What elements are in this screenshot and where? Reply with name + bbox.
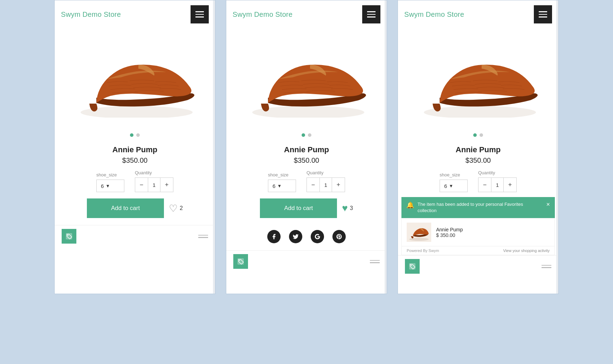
quantity-value-1: 1 bbox=[148, 178, 160, 192]
add-to-cart-button-2[interactable]: Add to cart bbox=[260, 198, 337, 218]
quantity-minus-2[interactable]: − bbox=[307, 178, 319, 192]
size-option-group-3: shoe_size 6 ▾ bbox=[440, 172, 468, 192]
product-info-3: Annie Pump $350.00 bbox=[398, 142, 558, 164]
scrollbar-1 bbox=[213, 0, 215, 294]
product-price-1: $350.00 bbox=[62, 156, 208, 164]
size-label-3: shoe_size bbox=[440, 172, 468, 177]
notification-close-button-3[interactable]: × bbox=[546, 201, 550, 208]
bell-icon-3: 🔔 bbox=[406, 201, 414, 209]
product-name-2: Annie Pump bbox=[233, 145, 380, 154]
quantity-value-3: 1 bbox=[491, 178, 504, 192]
quantity-plus-2[interactable]: + bbox=[332, 178, 345, 192]
screen-3: Swym Demo Store bbox=[398, 0, 559, 294]
hamburger-line bbox=[539, 14, 547, 15]
drag-line bbox=[542, 265, 551, 266]
mini-product-info-3: Annie Pump $ 350.00 bbox=[436, 227, 550, 238]
wishlist-button-2[interactable]: ♥ 3 bbox=[342, 203, 353, 214]
bottom-toolbar-1 bbox=[55, 225, 215, 247]
shoe-image-3 bbox=[412, 35, 545, 123]
drag-handle-3 bbox=[542, 265, 551, 268]
dot-inactive-3[interactable] bbox=[480, 133, 483, 137]
size-value-1: 6 bbox=[101, 183, 104, 189]
drag-line bbox=[370, 260, 380, 261]
chevron-down-icon-2: ▾ bbox=[278, 183, 281, 189]
quantity-plus-3[interactable]: + bbox=[504, 178, 516, 192]
bottom-toolbar-2 bbox=[226, 250, 387, 272]
quantity-control-3: − 1 + bbox=[478, 177, 517, 192]
hamburger-line bbox=[367, 16, 376, 18]
drag-line bbox=[542, 267, 551, 268]
pinterest-icon[interactable] bbox=[332, 230, 346, 243]
svg-point-2 bbox=[68, 235, 69, 236]
twitter-icon[interactable] bbox=[289, 230, 302, 243]
quantity-value-2: 1 bbox=[319, 178, 332, 192]
googleplus-icon[interactable] bbox=[311, 230, 324, 243]
heart-icon-2: ♥ bbox=[342, 203, 348, 214]
hamburger-line bbox=[195, 16, 204, 18]
wishlist-count-1: 2 bbox=[180, 205, 183, 211]
options-row-3: shoe_size 6 ▾ Quantity − 1 + bbox=[398, 170, 558, 192]
drag-line bbox=[198, 237, 208, 238]
size-select-1[interactable]: 6 ▾ bbox=[96, 180, 124, 192]
bottom-tag-button-3[interactable] bbox=[405, 259, 420, 274]
quantity-label-2: Quantity bbox=[306, 170, 345, 175]
mini-product-price-3: $ 350.00 bbox=[436, 232, 550, 238]
options-row-1: shoe_size 6 ▾ Quantity − 1 + bbox=[55, 170, 215, 192]
quantity-minus-1[interactable]: − bbox=[135, 178, 148, 192]
add-to-cart-button-1[interactable]: Add to cart bbox=[87, 198, 164, 218]
view-activity-link-3[interactable]: View your shopping activity bbox=[503, 248, 550, 253]
hamburger-line bbox=[539, 16, 547, 18]
chevron-down-icon-3: ▾ bbox=[450, 183, 453, 189]
svg-point-9 bbox=[411, 265, 412, 266]
hamburger-button-3[interactable] bbox=[534, 5, 552, 23]
size-select-3[interactable]: 6 ▾ bbox=[440, 180, 468, 192]
dot-active-1[interactable] bbox=[130, 133, 133, 137]
quantity-control-2: − 1 + bbox=[306, 177, 345, 192]
product-name-1: Annie Pump bbox=[62, 145, 208, 154]
dot-inactive-2[interactable] bbox=[308, 133, 311, 137]
product-info-2: Annie Pump $350.00 bbox=[226, 142, 387, 164]
heart-icon-1: ♡ bbox=[169, 203, 178, 214]
quantity-label-1: Quantity bbox=[135, 170, 173, 175]
shoe-image-1 bbox=[68, 35, 201, 123]
product-info-1: Annie Pump $350.00 bbox=[55, 142, 215, 164]
hamburger-button-2[interactable] bbox=[362, 5, 380, 23]
svg-point-3 bbox=[252, 106, 364, 118]
wishlist-count-2: 3 bbox=[350, 205, 353, 211]
product-image-2 bbox=[226, 28, 387, 130]
quantity-plus-1[interactable]: + bbox=[160, 178, 173, 192]
header-2: Swym Demo Store bbox=[226, 0, 387, 28]
bottom-toolbar-3 bbox=[398, 255, 558, 277]
bottom-tag-button-2[interactable] bbox=[233, 254, 248, 269]
dot-active-2[interactable] bbox=[302, 133, 305, 137]
quantity-option-group-1: Quantity − 1 + bbox=[135, 170, 173, 192]
store-title-1: Swym Demo Store bbox=[61, 10, 121, 19]
svg-point-0 bbox=[81, 106, 193, 118]
dot-inactive-1[interactable] bbox=[136, 133, 140, 137]
drag-handle-1 bbox=[198, 235, 208, 238]
drag-line bbox=[198, 235, 208, 236]
quantity-control-1: − 1 + bbox=[135, 177, 173, 192]
size-label-2: shoe_size bbox=[268, 172, 296, 177]
carousel-dots-2 bbox=[226, 130, 387, 142]
hamburger-button-1[interactable] bbox=[191, 5, 209, 23]
carousel-dots-3 bbox=[398, 130, 558, 142]
drag-handle-2 bbox=[370, 260, 380, 263]
hamburger-line bbox=[195, 11, 204, 12]
header-1: Swym Demo Store bbox=[55, 0, 215, 28]
hamburger-line bbox=[367, 14, 376, 15]
size-value-3: 6 bbox=[444, 183, 447, 189]
wishlist-button-1[interactable]: ♡ 2 bbox=[169, 203, 183, 214]
shoe-image-2 bbox=[240, 35, 373, 123]
quantity-minus-3[interactable]: − bbox=[478, 178, 491, 192]
mini-product-name-3: Annie Pump bbox=[436, 227, 550, 232]
bottom-tag-button-1[interactable] bbox=[62, 229, 76, 244]
product-price-2: $350.00 bbox=[233, 156, 380, 164]
mini-product-card-3: Annie Pump $ 350.00 bbox=[401, 218, 555, 246]
scrollbar-2 bbox=[385, 0, 387, 294]
size-select-2[interactable]: 6 ▾ bbox=[268, 180, 296, 192]
hamburger-line bbox=[539, 11, 547, 12]
quantity-label-3: Quantity bbox=[478, 170, 517, 175]
facebook-icon[interactable] bbox=[267, 230, 281, 243]
dot-active-3[interactable] bbox=[473, 133, 477, 137]
